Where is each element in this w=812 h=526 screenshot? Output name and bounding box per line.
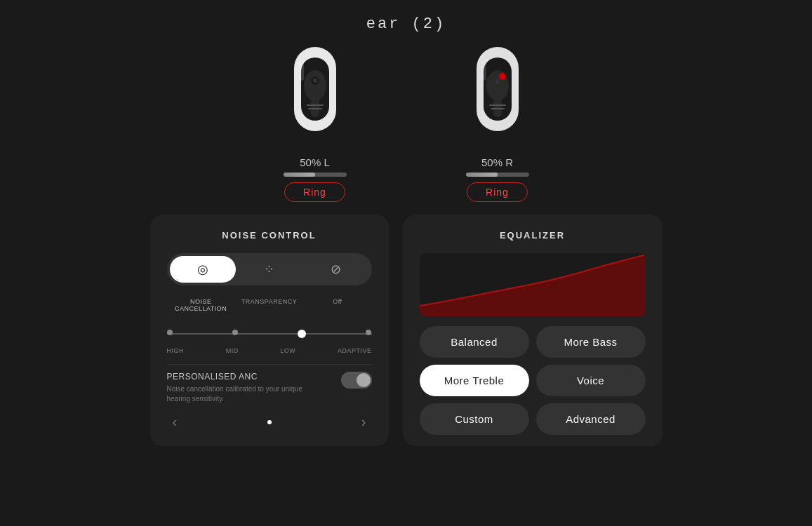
left-battery-fill xyxy=(284,173,315,177)
svg-point-2 xyxy=(304,70,326,101)
right-ring-button[interactable]: Ring xyxy=(467,182,528,202)
svg-point-12 xyxy=(499,73,506,80)
eq-voice-button[interactable]: Voice xyxy=(536,365,646,396)
anc-icon: ◎ xyxy=(197,263,208,276)
slider-dot-mid xyxy=(232,330,238,335)
svg-point-4 xyxy=(313,79,317,83)
svg-rect-15 xyxy=(481,60,486,81)
eq-chart xyxy=(420,253,646,316)
mode-labels: NOISECANCELLATION TRANSPARENCY Off xyxy=(167,298,372,312)
left-ring-button[interactable]: Ring xyxy=(284,182,345,202)
eq-custom-button[interactable]: Custom xyxy=(420,403,529,435)
noise-control-panel: NOISE CONTROL ◎ ⁘ ⊘ NOISECANCELLATION TR… xyxy=(150,215,389,446)
intensity-track xyxy=(167,323,372,344)
nav-prev-button[interactable]: ‹ xyxy=(173,414,178,430)
transparency-icon: ⁘ xyxy=(264,263,274,276)
left-battery-pct: 50% L xyxy=(300,156,330,168)
svg-rect-8 xyxy=(308,108,322,109)
noise-control-title: NOISE CONTROL xyxy=(167,230,372,241)
personalised-anc-section: PERSONALISED ANC Noise cancellation cali… xyxy=(167,364,372,404)
panels-row: NOISE CONTROL ◎ ⁘ ⊘ NOISECANCELLATION TR… xyxy=(0,215,812,446)
svg-rect-6 xyxy=(298,60,304,81)
nav-row: ‹ › xyxy=(167,414,372,430)
slider-dot-high xyxy=(167,330,173,335)
eq-more-bass-button[interactable]: More Bass xyxy=(536,326,646,358)
eq-presets-grid: Balanced More Bass More Treble Voice Cus… xyxy=(420,326,646,435)
transparency-label: TRANSPARENCY xyxy=(241,298,297,312)
right-battery-pct: 50% R xyxy=(481,156,513,168)
earbuds-row: 50% L Ring xyxy=(0,40,812,202)
svg-rect-17 xyxy=(491,108,505,109)
eq-balanced-button[interactable]: Balanced xyxy=(420,326,529,358)
transparency-mode-button[interactable]: ⁘ xyxy=(236,256,302,283)
label-mid: MID xyxy=(226,347,239,354)
equalizer-title: EQUALIZER xyxy=(420,230,646,241)
anc-description: Noise cancellation calibrated to your un… xyxy=(167,384,321,404)
anc-text: PERSONALISED ANC Noise cancellation cali… xyxy=(167,372,321,404)
svg-point-13 xyxy=(495,80,500,84)
app-title: ear (2) xyxy=(0,0,812,33)
slider-dot-low xyxy=(298,330,306,338)
earbud-right: 50% R Ring xyxy=(462,40,533,202)
left-battery-bar xyxy=(284,173,347,177)
off-mode-button[interactable]: ⊘ xyxy=(302,256,369,283)
svg-rect-16 xyxy=(489,104,506,106)
slider-dots xyxy=(167,330,372,338)
right-battery-bar xyxy=(466,173,529,177)
svg-rect-14 xyxy=(493,97,502,117)
svg-rect-5 xyxy=(311,97,319,117)
label-low: LOW xyxy=(280,347,295,354)
label-adaptive: ADAPTIVE xyxy=(338,347,372,354)
personalised-anc-toggle[interactable] xyxy=(341,372,372,389)
anc-label: NOISECANCELLATION xyxy=(173,298,229,312)
slider-line xyxy=(167,333,372,335)
svg-rect-7 xyxy=(307,104,324,106)
nav-dot xyxy=(267,420,272,424)
eq-more-treble-button[interactable]: More Treble xyxy=(420,365,529,396)
earbud-left: 50% L Ring xyxy=(280,40,350,202)
off-label: Off xyxy=(310,298,366,312)
earbud-right-image xyxy=(462,40,533,152)
toggle-knob xyxy=(357,373,371,387)
slider-dot-adaptive xyxy=(366,330,371,335)
eq-advanced-button[interactable]: Advanced xyxy=(536,403,646,435)
anc-mode-button[interactable]: ◎ xyxy=(170,256,237,283)
slider-labels: HIGH MID LOW ADAPTIVE xyxy=(167,347,372,354)
equalizer-panel: EQUALIZER Balanced More Bass More Treble… xyxy=(403,215,663,446)
off-icon: ⊘ xyxy=(331,263,341,276)
right-battery-fill xyxy=(466,173,498,177)
anc-section-title: PERSONALISED ANC xyxy=(167,372,321,382)
earbud-left-image xyxy=(280,40,350,152)
nav-next-button[interactable]: › xyxy=(361,414,366,430)
anc-mode-buttons: ◎ ⁘ ⊘ xyxy=(167,253,372,285)
label-high: HIGH xyxy=(167,347,185,354)
